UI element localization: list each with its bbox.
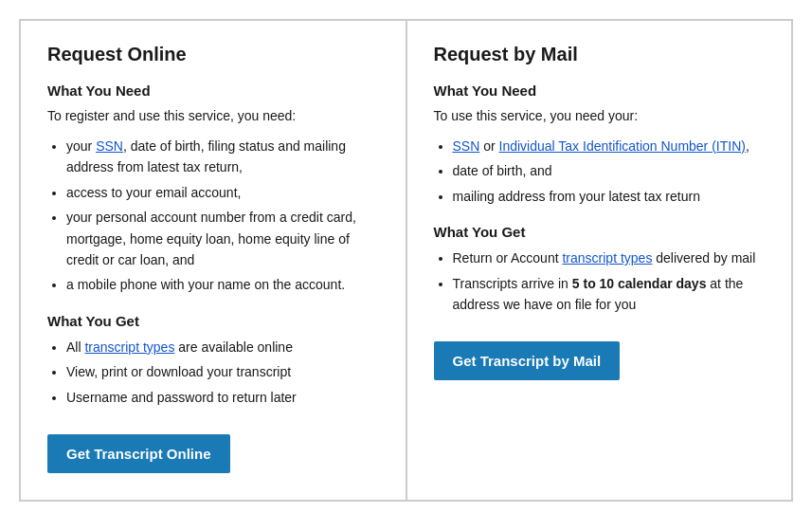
mail-get-list: Return or Account transcript types deliv… [453,247,766,315]
online-what-you-get-heading: What You Get [47,313,379,329]
request-mail-panel: Request by Mail What You Need To use thi… [406,20,793,501]
mail-need-list: SSN or Individual Tax Identification Num… [453,136,766,207]
list-item: mailing address from your latest tax ret… [453,186,766,207]
list-item: Transcripts arrive in 5 to 10 calendar d… [453,273,766,316]
list-item: Username and password to return later [66,387,379,408]
transcript-types-link-mail[interactable]: transcript types [562,250,652,266]
main-container: Request Online What You Need To register… [19,19,793,502]
online-get-list: All transcript types are available onlin… [66,337,379,408]
transcript-types-link-online[interactable]: transcript types [84,339,174,355]
online-what-you-need-heading: What You Need [47,82,379,99]
mail-what-you-get-heading: What You Get [434,224,766,240]
mail-intro-text: To use this service, you need your: [434,106,766,126]
online-intro-text: To register and use this service, you ne… [47,106,379,126]
mail-what-you-need-heading: What You Need [434,82,766,99]
list-item: a mobile phone with your name on the acc… [66,274,379,295]
ssn-link-online[interactable]: SSN [96,138,123,154]
list-item: Return or Account transcript types deliv… [453,247,766,268]
list-item: SSN or Individual Tax Identification Num… [453,136,766,156]
list-item: date of birth, and [453,160,766,181]
list-item: View, print or download your transcript [66,361,379,382]
online-need-list: your SSN, date of birth, filing status a… [66,136,379,296]
list-item: your SSN, date of birth, filing status a… [66,136,379,178]
get-transcript-online-button[interactable]: Get Transcript Online [47,434,230,473]
online-panel-title: Request Online [47,44,379,65]
mail-panel-title: Request by Mail [434,44,766,65]
list-item: your personal account number from a cred… [66,207,379,270]
get-transcript-mail-button[interactable]: Get Transcript by Mail [434,341,621,380]
delivery-time-bold: 5 to 10 calendar days [572,276,707,291]
itin-link-mail[interactable]: Individual Tax Identification Number (IT… [499,138,746,154]
list-item: access to your email account, [66,182,379,203]
ssn-link-mail[interactable]: SSN [453,138,480,154]
request-online-panel: Request Online What You Need To register… [20,20,406,501]
list-item: All transcript types are available onlin… [66,337,379,357]
